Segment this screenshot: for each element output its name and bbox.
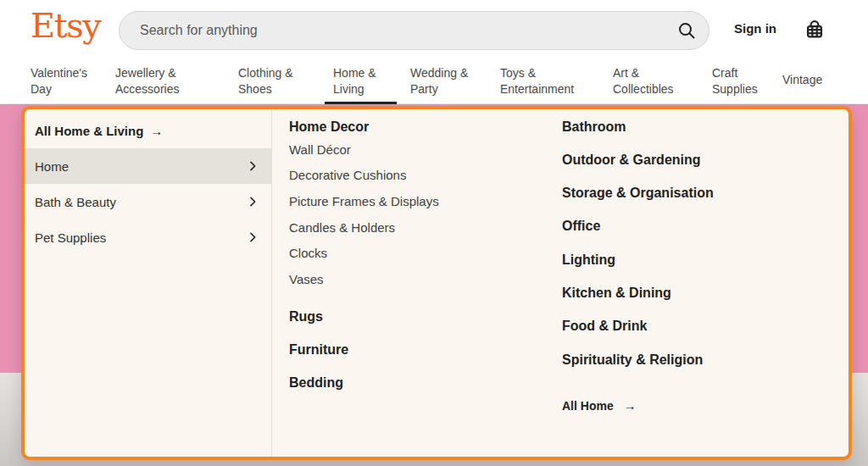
search-bar[interactable] xyxy=(119,11,709,50)
link-home-decor[interactable]: Home Decor xyxy=(289,119,369,135)
nav-item-toys-entertainment[interactable]: Toys & Entertainment xyxy=(492,56,604,103)
nav-item-vintage[interactable]: Vintage xyxy=(774,56,833,103)
link-food-drink[interactable]: Food & Drink xyxy=(562,319,647,334)
nav-item-home-living[interactable]: Home & Living xyxy=(325,56,402,103)
sign-in-link[interactable]: Sign in xyxy=(734,21,776,36)
chevron-right-icon xyxy=(246,230,259,244)
left-item-label: Home xyxy=(35,159,69,174)
link-lighting[interactable]: Lighting xyxy=(562,252,615,268)
nav-item-jewellery-accessories[interactable]: Jewellery & Accessories xyxy=(107,56,230,103)
chevron-right-icon xyxy=(246,159,259,173)
nav-item-valentines-day[interactable]: Valentine's Day xyxy=(22,56,107,103)
nav-item-craft-supplies[interactable]: Craft Supplies xyxy=(704,56,774,103)
nav-item-clothing-shoes[interactable]: Clothing & Shoes xyxy=(230,56,325,103)
etsy-logo[interactable]: Etsy xyxy=(31,5,100,46)
link-storage-organisation[interactable]: Storage & Organisation xyxy=(562,186,714,201)
dropdown-left-column: All Home & Living → Home Bath & Beauty P… xyxy=(25,109,272,457)
all-home-label: All Home xyxy=(562,399,614,413)
arrow-right-icon: → xyxy=(150,124,163,138)
link-bathroom[interactable]: Bathroom xyxy=(562,119,626,135)
category-nav: Valentine's Day Jewellery & Accessories … xyxy=(0,56,868,104)
link-candles-holders[interactable]: Candles & Holders xyxy=(289,220,395,235)
etsy-page: Etsy Sign in Valentine's Day xyxy=(0,0,868,466)
link-decorative-cushions[interactable]: Decorative Cushions xyxy=(289,168,406,182)
left-item-label: Pet Supplies xyxy=(35,230,106,245)
left-item-bath-beauty[interactable]: Bath & Beauty xyxy=(25,184,271,219)
link-office[interactable]: Office xyxy=(562,219,600,234)
link-spirituality-religion[interactable]: Spirituality & Religion xyxy=(562,352,703,368)
nav-item-art-collectibles[interactable]: Art & Collectibles xyxy=(604,56,704,103)
link-furniture[interactable]: Furniture xyxy=(289,342,348,358)
left-item-home[interactable]: Home xyxy=(25,148,271,184)
link-outdoor-gardening[interactable]: Outdoor & Gardening xyxy=(562,153,701,168)
link-vases[interactable]: Vases xyxy=(289,272,324,286)
arrow-right-icon: → xyxy=(624,398,637,413)
all-home-link[interactable]: All Home → xyxy=(562,398,637,413)
link-wall-decor[interactable]: Wall Décor xyxy=(289,142,351,157)
link-rugs[interactable]: Rugs xyxy=(289,309,323,325)
all-home-living-link[interactable]: All Home & Living → xyxy=(25,113,271,148)
home-living-dropdown: All Home & Living → Home Bath & Beauty P… xyxy=(21,106,852,460)
left-item-label: Bath & Beauty xyxy=(35,195,116,209)
search-input[interactable] xyxy=(120,12,665,49)
link-kitchen-dining[interactable]: Kitchen & Dining xyxy=(562,286,671,301)
nav-item-wedding-party[interactable]: Wedding & Party xyxy=(402,56,492,103)
site-header: Etsy Sign in xyxy=(0,0,868,56)
link-clocks[interactable]: Clocks xyxy=(289,246,327,260)
search-icon[interactable] xyxy=(665,12,709,49)
chevron-right-icon xyxy=(246,195,259,208)
basket-icon[interactable] xyxy=(800,14,829,43)
all-home-living-label: All Home & Living xyxy=(35,124,143,138)
link-picture-frames-displays[interactable]: Picture Frames & Displays xyxy=(289,194,439,208)
left-item-pet-supplies[interactable]: Pet Supplies xyxy=(25,219,271,255)
link-bedding[interactable]: Bedding xyxy=(289,375,343,391)
